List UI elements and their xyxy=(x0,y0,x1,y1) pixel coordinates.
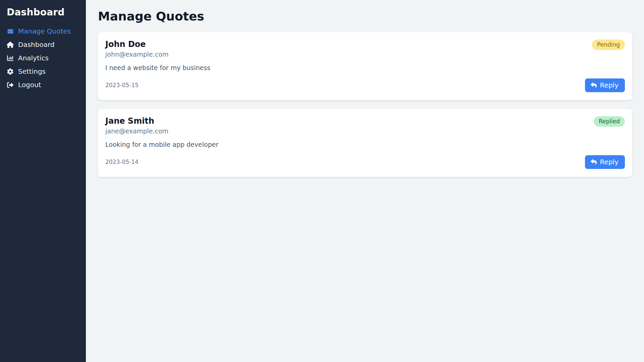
reply-icon xyxy=(591,82,597,88)
quote-identity: John Doe john@example.com xyxy=(105,40,168,58)
sidebar: Dashboard Manage Quotes Dashboard Analyt… xyxy=(0,0,86,362)
envelope-icon xyxy=(7,28,14,34)
sidebar-item-label: Settings xyxy=(18,68,46,75)
sidebar-title: Dashboard xyxy=(7,7,79,18)
quote-date: 2023-05-14 xyxy=(105,159,139,165)
home-icon xyxy=(7,42,14,48)
quote-message: I need a website for my business xyxy=(105,64,625,71)
gear-icon xyxy=(7,68,14,75)
sidebar-item-dashboard[interactable]: Dashboard xyxy=(7,41,79,48)
sidebar-item-logout[interactable]: Logout xyxy=(7,81,79,88)
quote-message: Looking for a mobile app developer xyxy=(105,141,625,148)
status-badge: Replied xyxy=(594,116,625,127)
reply-button-label: Reply xyxy=(600,81,619,89)
chart-column-icon xyxy=(7,55,14,61)
quote-card-footer: 2023-05-15 Reply xyxy=(105,78,625,92)
reply-button-label: Reply xyxy=(600,158,619,166)
quote-card: Jane Smith jane@example.com Replied Look… xyxy=(98,109,632,177)
reply-icon xyxy=(591,159,597,165)
quote-card: John Doe john@example.com Pending I need… xyxy=(98,32,632,100)
quote-card-footer: 2023-05-14 Reply xyxy=(105,155,625,169)
sidebar-nav: Manage Quotes Dashboard Analytics Settin… xyxy=(7,28,79,88)
quote-card-header: Jane Smith jane@example.com Replied xyxy=(105,116,625,135)
main-content: Manage Quotes John Doe john@example.com … xyxy=(86,0,644,362)
sidebar-item-manage-quotes[interactable]: Manage Quotes xyxy=(7,28,79,35)
quote-identity: Jane Smith jane@example.com xyxy=(105,116,168,135)
sidebar-item-label: Dashboard xyxy=(18,41,55,48)
quote-email: jane@example.com xyxy=(105,127,168,135)
sidebar-item-label: Analytics xyxy=(18,55,49,62)
sidebar-item-label: Manage Quotes xyxy=(18,28,71,35)
sidebar-item-label: Logout xyxy=(18,81,41,88)
logout-icon xyxy=(7,82,14,88)
status-badge: Pending xyxy=(592,40,625,50)
reply-button[interactable]: Reply xyxy=(585,155,625,169)
page-title: Manage Quotes xyxy=(98,9,632,23)
quote-name: John Doe xyxy=(105,40,168,49)
quote-card-header: John Doe john@example.com Pending xyxy=(105,40,625,58)
sidebar-item-analytics[interactable]: Analytics xyxy=(7,55,79,62)
quote-date: 2023-05-15 xyxy=(105,82,139,88)
quote-name: Jane Smith xyxy=(105,116,168,126)
app: Dashboard Manage Quotes Dashboard Analyt… xyxy=(0,0,644,362)
quote-email: john@example.com xyxy=(105,51,168,58)
reply-button[interactable]: Reply xyxy=(585,78,625,92)
sidebar-item-settings[interactable]: Settings xyxy=(7,68,79,75)
